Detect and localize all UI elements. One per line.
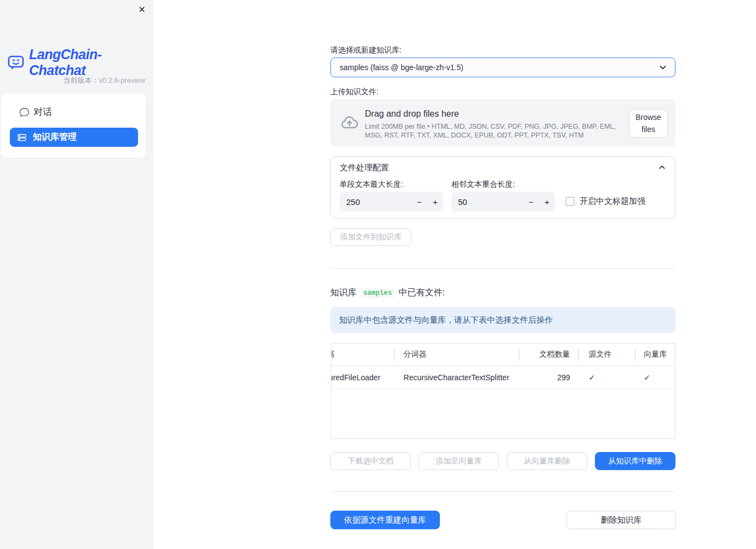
kb-select-value: samples (faiss @ bge-large-zh-v1.5) bbox=[340, 63, 658, 72]
col-splitter-header: 分词器 bbox=[394, 344, 519, 365]
sidebar-item-dialogue[interactable]: 对话 bbox=[1, 102, 146, 122]
delete-from-kb-button[interactable]: 从知识库中删除 bbox=[595, 452, 675, 470]
kb-select-dropdown[interactable]: samples (faiss @ bge-large-zh-v1.5) bbox=[330, 58, 675, 77]
chevron-up-icon[interactable] bbox=[658, 163, 666, 171]
info-banner-text: 知识库中包含源文件与向量库，请从下表中选择文件后操作 bbox=[339, 315, 553, 325]
app-logo: LangChain-Chatchat bbox=[7, 47, 153, 78]
zh-title-enhance-label: 开启中文标题加强 bbox=[580, 196, 645, 207]
chunk-size-input[interactable]: 250 − + bbox=[340, 192, 443, 211]
plus-button[interactable]: + bbox=[427, 192, 443, 211]
app-window: ✕ LangChain-Chatchat 当前版本：v0.2.6-preview bbox=[0, 0, 756, 549]
download-selected-button[interactable]: 下载选中文档 bbox=[330, 452, 411, 470]
divider bbox=[330, 268, 675, 269]
table-header-row: 文档加载器 分词器 文档数量 源文件 向量库 bbox=[331, 344, 675, 366]
overlap-size-value: 50 bbox=[458, 197, 523, 207]
browse-files-button[interactable]: Browse files bbox=[629, 109, 668, 138]
overlap-size-label: 相邻文本重合长度: bbox=[451, 180, 515, 190]
file-config-expander: 文件处理配置 单段文本最大长度: 250 − + 相邻文本重合长度: 50 − … bbox=[330, 156, 675, 219]
overlap-size-input[interactable]: 50 − + bbox=[451, 192, 555, 211]
file-config-title[interactable]: 文件处理配置 bbox=[340, 163, 389, 173]
chatchat-logo-icon bbox=[7, 53, 25, 72]
col-vector-store-header: 向量库 bbox=[635, 344, 675, 365]
existing-suffix: 中已有文件: bbox=[399, 287, 445, 299]
kb-files-table[interactable]: 文档加载器 分词器 文档数量 源文件 向量库 UnstructuredFileL… bbox=[331, 343, 675, 439]
splitter-cell: RecursiveCharacterTextSplitter bbox=[394, 366, 519, 388]
chunk-size-label: 单段文本最大长度: bbox=[340, 180, 403, 190]
sidebar-item-knowledge-base[interactable]: 知识库管理 bbox=[10, 128, 138, 147]
add-to-vector-store-button[interactable]: 添加至向量库 bbox=[419, 452, 499, 470]
table-row[interactable]: UnstructuredFileLoader RecursiveCharacte… bbox=[331, 366, 675, 389]
plus-button[interactable]: + bbox=[539, 192, 555, 211]
chevron-down-icon bbox=[658, 63, 667, 72]
version-value: v0.2.6-preview bbox=[99, 76, 145, 84]
zh-title-enhance-option: 开启中文标题加强 bbox=[565, 196, 645, 207]
delete-kb-button[interactable]: 删除知识库 bbox=[566, 511, 676, 529]
add-files-to-kb-button[interactable]: 添加文件到知识库 bbox=[330, 228, 411, 246]
minus-button[interactable]: − bbox=[523, 192, 539, 211]
sidebar-close-icon[interactable]: ✕ bbox=[136, 3, 148, 15]
version-text: 当前版本：v0.2.6-preview bbox=[63, 76, 145, 85]
delete-from-vector-store-button[interactable]: 从向量库删除 bbox=[507, 452, 587, 470]
existing-prefix: 知识库 bbox=[330, 287, 357, 299]
col-source-file-header: 源文件 bbox=[578, 344, 635, 365]
file-action-buttons: 下载选中文档 添加至向量库 从向量库删除 从知识库中删除 bbox=[330, 452, 675, 470]
rebuild-vector-store-button[interactable]: 依据源文件重建向量库 bbox=[330, 511, 440, 529]
source-file-check: ✓ bbox=[578, 366, 635, 388]
app-logo-text: LangChain-Chatchat bbox=[29, 47, 153, 78]
sidebar-nav: 对话 知识库管理 bbox=[1, 93, 146, 158]
sidebar-item-label: 对话 bbox=[33, 106, 52, 118]
col-doc-count-header: 文档数量 bbox=[519, 344, 578, 365]
knowledge-base-icon bbox=[18, 133, 26, 142]
kb-action-buttons: 依据源文件重建向量库 删除知识库 bbox=[330, 511, 676, 529]
file-dropzone[interactable]: Drag and drop files here Limit 200MB per… bbox=[330, 99, 675, 146]
info-banner: 知识库中包含源文件与向量库，请从下表中选择文件后操作 bbox=[330, 307, 675, 333]
existing-files-heading: 知识库 samples 中已有文件: bbox=[330, 287, 445, 299]
main-content: 请选择或新建知识库: samples (faiss @ bge-large-zh… bbox=[330, 0, 675, 549]
sidebar: ✕ LangChain-Chatchat 当前版本：v0.2.6-preview bbox=[0, 0, 153, 549]
col-loader-header: 文档加载器 bbox=[331, 344, 394, 365]
kb-select-label: 请选择或新建知识库: bbox=[330, 45, 402, 55]
version-label: 当前版本： bbox=[63, 76, 99, 84]
zh-title-enhance-checkbox[interactable] bbox=[565, 197, 575, 206]
kb-name-code: samples bbox=[361, 288, 394, 298]
dropzone-title: Drag and drop files here bbox=[365, 109, 459, 119]
chunk-size-value: 250 bbox=[346, 197, 411, 207]
divider bbox=[330, 491, 675, 492]
dropzone-limit-text: Limit 200MB per file • HTML, MD, JSON, C… bbox=[365, 122, 627, 140]
cloud-upload-icon bbox=[340, 113, 359, 133]
upload-label: 上传知识文件: bbox=[330, 87, 379, 97]
sidebar-item-label: 知识库管理 bbox=[33, 131, 77, 143]
vector-store-check: ✓ bbox=[635, 366, 675, 388]
minus-button[interactable]: − bbox=[411, 192, 427, 211]
chat-icon bbox=[20, 107, 29, 117]
loader-cell: UnstructuredFileLoader bbox=[331, 366, 394, 388]
doc-count-cell: 299 bbox=[519, 366, 578, 388]
